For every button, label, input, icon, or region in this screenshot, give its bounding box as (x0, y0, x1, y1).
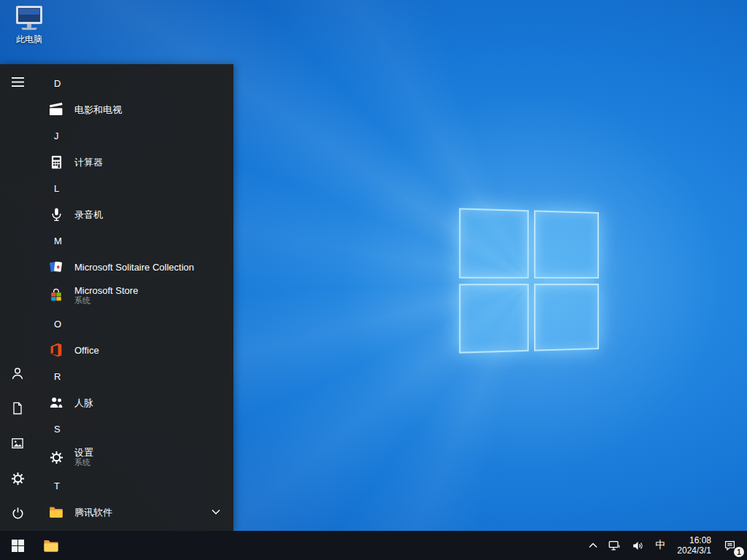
app-item-voice-recorder[interactable]: 录音机 (35, 201, 233, 228)
office-icon (47, 341, 66, 359)
settings-button[interactable] (0, 461, 35, 496)
app-label: 设置 (74, 447, 93, 458)
start-button[interactable] (0, 531, 35, 560)
section-letter-r[interactable]: R (35, 363, 233, 389)
desktop-icon-this-pc[interactable]: 此电脑 (7, 4, 51, 46)
app-label: 腾讯软件 (74, 507, 112, 518)
windows-logo-icon (12, 540, 24, 552)
chevron-up-icon (589, 542, 597, 548)
app-item-tencent-folder[interactable]: 腾讯软件 (35, 499, 233, 525)
pictures-button[interactable] (0, 426, 35, 461)
screen: 此电脑 (0, 0, 747, 560)
section-letter-l[interactable]: L (35, 175, 233, 201)
section-letter-m[interactable]: M (35, 228, 233, 254)
section-letter-d[interactable]: D (35, 70, 233, 96)
network-status-button[interactable] (603, 531, 626, 560)
date-text: 2024/3/1 (677, 545, 711, 556)
app-label: Microsoft Store (74, 285, 138, 296)
notification-badge: 1 (734, 547, 744, 557)
app-sublabel: 系统 (74, 458, 93, 467)
app-label: 计算器 (74, 157, 103, 168)
file-explorer-button[interactable] (35, 531, 67, 560)
windows-logo-wallpaper (459, 208, 599, 353)
time-text: 16:08 (689, 535, 711, 545)
solitaire-icon (47, 257, 66, 276)
account-button[interactable] (0, 356, 35, 391)
tray-overflow-button[interactable] (584, 531, 603, 560)
app-item-movies-tv[interactable]: 电影和电视 (35, 96, 233, 122)
section-letter-s[interactable]: S (35, 416, 233, 442)
calculator-icon (47, 152, 66, 171)
app-item-microsoft-store[interactable]: Microsoft Store 系统 (35, 280, 233, 311)
start-menu-rail (0, 64, 35, 531)
folder-icon (47, 502, 66, 521)
clock[interactable]: 16:08 2024/3/1 (670, 531, 718, 560)
app-item-calculator[interactable]: 计算器 (35, 149, 233, 175)
app-label: Microsoft Solitaire Collection (74, 262, 194, 273)
app-label: Office (74, 345, 99, 356)
app-label: 录音机 (74, 209, 103, 220)
this-pc-icon (7, 4, 51, 32)
people-icon (47, 393, 66, 412)
start-menu: D 电影和电视 J (0, 64, 233, 531)
system-tray: 中 16:08 2024/3/1 1 (584, 531, 747, 560)
logo-pane (534, 210, 599, 278)
documents-button[interactable] (0, 391, 35, 426)
desktop-icon-label: 此电脑 (7, 34, 51, 46)
app-label: 电影和电视 (74, 104, 122, 115)
volume-button[interactable] (626, 531, 650, 560)
logo-pane (534, 284, 599, 351)
user-icon (9, 365, 26, 381)
microphone-icon (47, 205, 66, 224)
app-label: 人脉 (74, 397, 93, 408)
document-icon (10, 401, 25, 416)
app-sublabel: 系统 (74, 296, 138, 306)
section-letter-o[interactable]: O (35, 311, 233, 337)
app-item-people[interactable]: 人脉 (35, 389, 233, 416)
app-item-settings[interactable]: 设置 系统 (35, 442, 233, 472)
app-item-solitaire[interactable]: Microsoft Solitaire Collection (35, 254, 233, 280)
hamburger-icon (12, 77, 24, 87)
taskbar-empty-area (67, 531, 584, 560)
network-icon (608, 539, 621, 552)
app-item-office[interactable]: Office (35, 337, 233, 363)
speaker-icon (631, 539, 645, 553)
taskbar: 中 16:08 2024/3/1 1 (0, 531, 747, 560)
section-letter-t[interactable]: T (35, 472, 233, 499)
expand-menu-button[interactable] (0, 64, 35, 99)
logo-pane (459, 284, 528, 354)
logo-pane (459, 208, 528, 278)
gear-icon (10, 471, 26, 486)
movies-tv-icon (47, 100, 66, 119)
action-center-button[interactable]: 1 (718, 531, 747, 560)
pictures-icon (10, 436, 25, 451)
power-icon (10, 506, 26, 521)
section-letter-w[interactable]: W (35, 525, 233, 531)
file-explorer-icon (42, 537, 60, 554)
gear-icon (47, 448, 66, 467)
start-menu-app-list: D 电影和电视 J (35, 64, 233, 531)
section-letter-j[interactable]: J (35, 122, 233, 149)
power-button[interactable] (0, 496, 35, 531)
store-icon (47, 286, 66, 305)
rail-bottom-group (0, 356, 35, 531)
ime-indicator[interactable]: 中 (650, 531, 670, 560)
chevron-down-icon (212, 509, 220, 515)
